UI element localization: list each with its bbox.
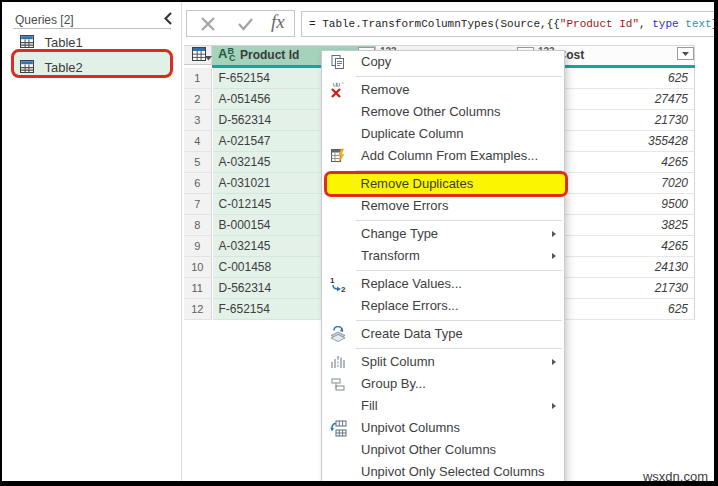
svg-text:2: 2 [341,285,346,293]
svg-text:1: 1 [330,276,335,285]
